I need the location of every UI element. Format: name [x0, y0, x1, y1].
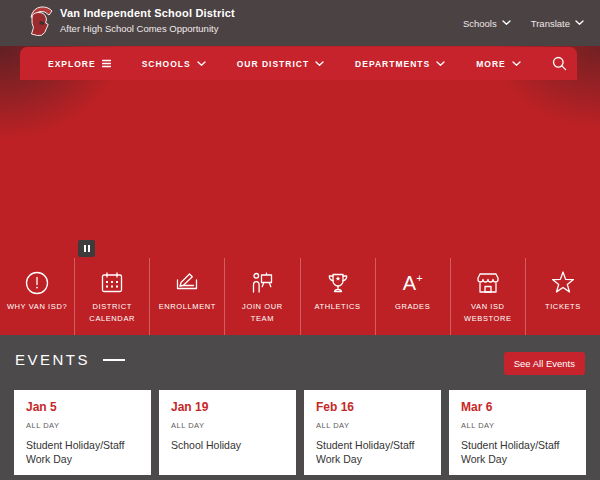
event-time: ALL DAY: [26, 421, 139, 430]
quick-link-join-our-team[interactable]: JOIN OUR TEAM: [225, 258, 300, 335]
quick-link-district-calendar[interactable]: DISTRICT CALENDAR: [75, 258, 150, 335]
chevron-down-icon: [197, 61, 206, 67]
nav-explore[interactable]: EXPLORE: [48, 59, 111, 69]
nav-more[interactable]: MORE: [476, 59, 521, 69]
quick-link-label: VAN ISD WEBSTORE: [451, 301, 525, 325]
quick-link-tickets[interactable]: TICKETS: [526, 258, 600, 335]
event-title[interactable]: Student Holiday/Staff Work Day: [461, 438, 574, 466]
event-title[interactable]: Student Holiday/Staff Work Day: [316, 438, 429, 466]
quick-link-label: ATHLETICS: [310, 301, 366, 313]
event-date: Jan 5: [26, 400, 139, 414]
see-all-events-button[interactable]: See All Events: [504, 352, 585, 375]
utility-nav: Schools Translate: [463, 0, 584, 46]
pencil-paper-icon: [174, 270, 200, 296]
quick-link-enrollment[interactable]: ENROLLMENT: [150, 258, 225, 335]
nav-more-label: MORE: [476, 59, 506, 69]
calendar-icon: [99, 270, 125, 296]
chevron-down-icon: [575, 20, 584, 26]
events-heading: EVENTS: [15, 351, 125, 368]
pause-icon: [88, 245, 90, 252]
quick-link-label: GRADES: [390, 301, 435, 313]
event-date: Mar 6: [461, 400, 574, 414]
a-plus-icon: A+: [403, 273, 423, 293]
quick-link-webstore[interactable]: VAN ISD WEBSTORE: [451, 258, 526, 335]
chevron-down-icon: [512, 61, 521, 67]
schools-dropdown[interactable]: Schools: [463, 18, 511, 29]
district-logo-icon[interactable]: [21, 4, 55, 42]
event-card[interactable]: Jan 5 ALL DAY Student Holiday/Staff Work…: [14, 390, 151, 475]
person-board-icon: [249, 270, 275, 296]
hero-banner: EXPLORE SCHOOLS OUR DISTRICT DEPARTMENTS…: [0, 46, 600, 335]
event-cards-row: Jan 5 ALL DAY Student Holiday/Staff Work…: [14, 390, 586, 475]
nav-schools[interactable]: SCHOOLS: [142, 59, 206, 69]
event-title[interactable]: Student Holiday/Staff Work Day: [26, 438, 139, 466]
exclamation-circle-icon: [24, 270, 50, 296]
events-section: EVENTS See All Events Jan 5 ALL DAY Stud…: [0, 335, 600, 480]
event-time: ALL DAY: [171, 421, 284, 430]
translate-dropdown[interactable]: Translate: [531, 18, 584, 29]
event-card[interactable]: Jan 19 ALL DAY School Holiday: [159, 390, 296, 475]
search-icon: [552, 56, 567, 71]
event-time: ALL DAY: [316, 421, 429, 430]
quick-link-grades[interactable]: A+ GRADES: [376, 258, 451, 335]
nav-departments[interactable]: DEPARTMENTS: [355, 59, 445, 69]
schools-dropdown-label: Schools: [463, 18, 497, 29]
nav-departments-label: DEPARTMENTS: [355, 59, 430, 69]
event-card[interactable]: Feb 16 ALL DAY Student Holiday/Staff Wor…: [304, 390, 441, 475]
star-icon: [550, 270, 576, 296]
quick-link-athletics[interactable]: ATHLETICS: [301, 258, 376, 335]
heading-dash: [103, 359, 125, 361]
search-button[interactable]: [552, 56, 567, 71]
nav-our-district-label: OUR DISTRICT: [237, 59, 309, 69]
pause-icon: [84, 245, 86, 252]
main-navbar: EXPLORE SCHOOLS OUR DISTRICT DEPARTMENTS…: [20, 47, 577, 80]
district-name: Van Independent School District: [60, 7, 235, 19]
nav-explore-label: EXPLORE: [48, 59, 96, 69]
storefront-icon: [475, 270, 501, 296]
district-tagline: After High School Comes Opportunity: [60, 23, 235, 34]
brand-text: Van Independent School District After Hi…: [60, 7, 235, 34]
quick-link-why-van-isd[interactable]: WHY VAN ISD?: [0, 258, 75, 335]
event-time: ALL DAY: [461, 421, 574, 430]
chevron-down-icon: [502, 20, 511, 26]
events-heading-label: EVENTS: [15, 351, 90, 368]
chevron-down-icon: [315, 61, 324, 67]
event-title[interactable]: School Holiday: [171, 438, 284, 452]
quick-links-bar: WHY VAN ISD? DISTRICT CALENDAR ENROLLMEN…: [0, 258, 600, 335]
event-card[interactable]: Mar 6 ALL DAY Student Holiday/Staff Work…: [449, 390, 586, 475]
nav-schools-label: SCHOOLS: [142, 59, 191, 69]
quick-link-label: JOIN OUR TEAM: [225, 301, 299, 325]
translate-dropdown-label: Translate: [531, 18, 570, 29]
event-date: Jan 19: [171, 400, 284, 414]
trophy-icon: [325, 270, 351, 296]
chevron-down-icon: [436, 61, 445, 67]
quick-link-label: DISTRICT CALENDAR: [75, 301, 149, 325]
event-date: Feb 16: [316, 400, 429, 414]
site-header: Van Independent School District After Hi…: [0, 0, 600, 46]
quick-link-label: WHY VAN ISD?: [2, 301, 72, 313]
menu-icon: [102, 59, 111, 68]
quick-link-label: ENROLLMENT: [154, 301, 221, 313]
nav-our-district[interactable]: OUR DISTRICT: [237, 59, 324, 69]
quick-link-label: TICKETS: [540, 301, 586, 313]
slideshow-pause-button[interactable]: [78, 240, 95, 257]
